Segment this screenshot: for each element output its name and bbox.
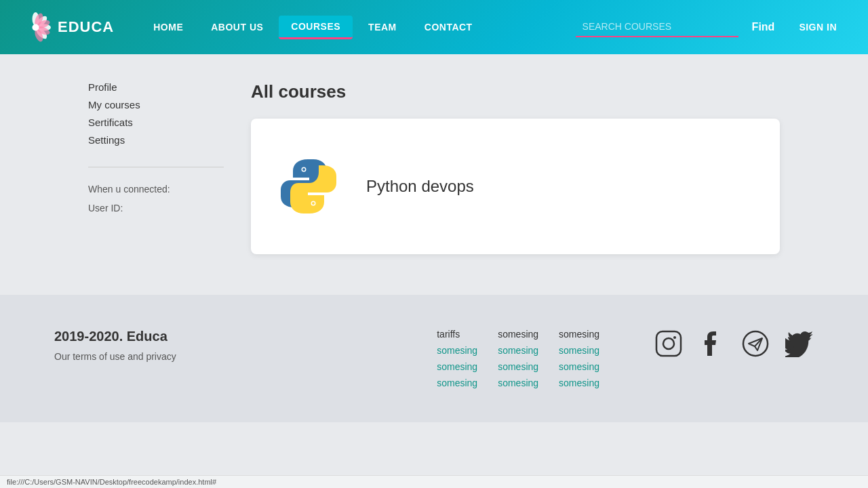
svg-point-12 bbox=[312, 202, 315, 205]
footer-link[interactable]: somesing bbox=[498, 345, 538, 356]
svg-point-14 bbox=[663, 338, 674, 349]
footer-link[interactable]: somesing bbox=[559, 361, 599, 372]
nav-courses[interactable]: COURSES bbox=[279, 16, 353, 39]
status-url: file:///C:/Users/GSM-NAVIN/Desktop/freec… bbox=[7, 478, 216, 486]
user-id-label: User ID: bbox=[88, 199, 224, 218]
footer-link[interactable]: somesing bbox=[437, 361, 477, 372]
svg-rect-13 bbox=[656, 331, 681, 356]
footer: 2019-2020. Educa Our terms of use and pr… bbox=[0, 295, 868, 422]
course-card[interactable]: Python devops bbox=[251, 119, 780, 254]
sidebar-item-certificates[interactable]: Sertificats bbox=[88, 117, 224, 129]
telegram-icon[interactable] bbox=[741, 329, 770, 359]
sidebar-menu: Profile My courses Sertificats Settings bbox=[88, 81, 224, 146]
sidebar-item-mycourses[interactable]: My courses bbox=[88, 99, 224, 111]
sidebar-info: When u connected: User ID: bbox=[88, 180, 224, 218]
footer-terms[interactable]: Our terms of use and privacy bbox=[54, 351, 382, 362]
twitter-icon[interactable] bbox=[784, 329, 814, 359]
footer-col-3: somesing somesing somesing somesing bbox=[559, 329, 599, 388]
sign-in-button[interactable]: SIGN IN bbox=[788, 18, 848, 37]
facebook-icon[interactable] bbox=[697, 329, 727, 359]
svg-point-16 bbox=[743, 331, 768, 356]
sidebar-item-settings[interactable]: Settings bbox=[88, 134, 224, 146]
sidebar-divider bbox=[88, 167, 224, 167]
svg-point-15 bbox=[673, 336, 676, 339]
footer-link[interactable]: somesing bbox=[498, 361, 538, 372]
footer-social bbox=[654, 329, 814, 359]
course-name: Python devops bbox=[366, 177, 474, 196]
nav-home[interactable]: HOME bbox=[141, 16, 195, 38]
find-button[interactable]: Find bbox=[745, 17, 782, 37]
logo-icon bbox=[20, 12, 51, 43]
status-bar: file:///C:/Users/GSM-NAVIN/Desktop/freec… bbox=[0, 475, 868, 488]
footer-link[interactable]: somesing bbox=[437, 378, 477, 388]
instagram-icon[interactable] bbox=[654, 329, 684, 359]
footer-link[interactable]: tariffs bbox=[437, 329, 477, 340]
footer-col-2: somesing somesing somesing somesing bbox=[498, 329, 538, 388]
footer-link[interactable]: somesing bbox=[559, 378, 599, 388]
footer-link[interactable]: somesing bbox=[498, 378, 538, 388]
search-area: Find SIGN IN bbox=[576, 17, 848, 37]
page-title: All courses bbox=[251, 81, 780, 102]
main-content: Profile My courses Sertificats Settings … bbox=[61, 81, 807, 254]
nav-team[interactable]: TEAM bbox=[356, 16, 409, 38]
footer-link[interactable]: somesing bbox=[559, 329, 599, 340]
footer-brand: 2019-2020. Educa Our terms of use and pr… bbox=[54, 329, 382, 362]
svg-point-8 bbox=[33, 24, 39, 30]
svg-point-10 bbox=[302, 168, 305, 171]
footer-col-1: tariffs somesing somesing somesing bbox=[437, 329, 477, 388]
nav-contact[interactable]: CONTACT bbox=[412, 16, 485, 38]
footer-link[interactable]: somesing bbox=[498, 329, 538, 340]
nav-links: HOME ABOUT US COURSES TEAM CONTACT bbox=[141, 16, 575, 39]
sidebar: Profile My courses Sertificats Settings … bbox=[88, 81, 224, 254]
navigation: EDUCA HOME ABOUT US COURSES TEAM CONTACT… bbox=[0, 0, 868, 54]
python-logo-icon bbox=[278, 156, 339, 217]
when-connected-label: When u connected: bbox=[88, 180, 224, 199]
courses-content: All courses Python devops bbox=[251, 81, 780, 254]
footer-links: tariffs somesing somesing somesing somes… bbox=[437, 329, 599, 388]
sidebar-item-profile[interactable]: Profile bbox=[88, 81, 224, 94]
logo-text: EDUCA bbox=[58, 18, 114, 36]
nav-about[interactable]: ABOUT US bbox=[199, 16, 275, 38]
footer-link[interactable]: somesing bbox=[437, 345, 477, 356]
footer-link[interactable]: somesing bbox=[559, 345, 599, 356]
search-input[interactable] bbox=[576, 17, 738, 37]
footer-copyright: 2019-2020. Educa bbox=[54, 329, 382, 344]
logo[interactable]: EDUCA bbox=[20, 12, 114, 43]
